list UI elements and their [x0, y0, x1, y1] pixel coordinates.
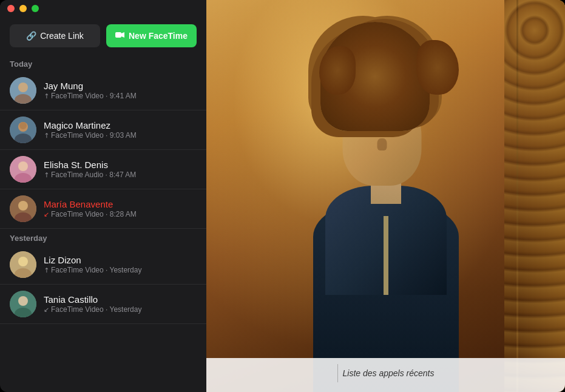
outgoing-arrow-icon: ↗: [42, 130, 52, 140]
create-link-button[interactable]: 🔗 Create Link: [10, 24, 100, 47]
list-item[interactable]: Magico Martinez ↗ FaceTime Video · 9:03 …: [0, 110, 206, 150]
incoming-arrow-icon: ↙: [44, 306, 49, 314]
outgoing-arrow-icon: ↗: [42, 265, 52, 275]
avatar: [10, 156, 36, 183]
create-link-label: Create Link: [40, 31, 84, 41]
sidebar: 🔗 Create Link New FaceTime Today: [0, 0, 206, 392]
call-detail: ↙ FaceTime Video · 8:28 AM: [44, 210, 197, 218]
svg-point-19: [18, 296, 28, 306]
contact-name: Elisha St. Denis: [44, 160, 197, 170]
link-icon: 🔗: [26, 31, 36, 41]
title-bar: [0, 0, 206, 17]
svg-point-10: [18, 161, 28, 171]
call-list: Today Jay Mung: [0, 55, 206, 392]
call-detail: ↙ FaceTime Video · Yesterday: [44, 305, 197, 314]
caption-bar: Liste des appels récents: [206, 358, 565, 392]
caption-text: Liste des appels récents: [343, 368, 435, 378]
contact-name: Liz Dizon: [44, 255, 197, 265]
contact-name: Jay Mung: [44, 81, 197, 91]
call-info: María Benavente ↙ FaceTime Video · 8:28 …: [44, 199, 197, 218]
list-item[interactable]: Jay Mung ↗ FaceTime Video · 9:41 AM: [0, 71, 206, 110]
section-today: Today: [0, 55, 206, 71]
person-silhouette: [301, 40, 471, 392]
list-item[interactable]: María Benavente ↙ FaceTime Video · 8:28 …: [0, 189, 206, 229]
caption-divider: [337, 364, 338, 382]
photo-background: Liste des appels récents: [206, 0, 565, 392]
contact-name-missed: María Benavente: [44, 199, 197, 209]
photo-area: Liste des appels récents: [206, 0, 565, 392]
minimize-button[interactable]: [19, 5, 27, 12]
svg-marker-1: [121, 32, 124, 38]
list-item[interactable]: Liz Dizon ↗ FaceTime Video · Yesterday: [0, 245, 206, 285]
list-item[interactable]: Tania Castillo ↙ FaceTime Video · Yester…: [0, 285, 206, 324]
incoming-missed-icon: ↙: [44, 211, 49, 218]
svg-rect-0: [115, 32, 121, 38]
call-info: Jay Mung ↗ FaceTime Video · 9:41 AM: [44, 81, 197, 100]
avatar: [10, 77, 36, 104]
call-detail: ↗ FaceTime Video · Yesterday: [44, 266, 197, 274]
call-detail: ↗ FaceTime Video · 9:41 AM: [44, 92, 197, 100]
outgoing-arrow-icon: ↗: [42, 170, 52, 180]
call-info: Magico Martinez ↗ FaceTime Video · 9:03 …: [44, 120, 197, 140]
call-info: Elisha St. Denis ↗ FaceTime Audio · 8:47…: [44, 160, 197, 179]
call-detail: ↗ FaceTime Video · 9:03 AM: [44, 131, 197, 140]
avatar: [10, 251, 36, 278]
section-yesterday: Yesterday: [0, 229, 206, 245]
contact-name: Tania Castillo: [44, 294, 197, 305]
avatar: [10, 117, 36, 143]
action-buttons: 🔗 Create Link New FaceTime: [0, 17, 206, 55]
maximize-button[interactable]: [32, 5, 39, 12]
wall-texture: [504, 0, 565, 392]
svg-point-3: [18, 83, 28, 92]
svg-point-13: [18, 201, 28, 211]
new-facetime-button[interactable]: New FaceTime: [106, 24, 197, 47]
call-detail: ↗ FaceTime Audio · 8:47 AM: [44, 171, 197, 179]
layout: 🔗 Create Link New FaceTime Today: [0, 0, 565, 392]
svg-point-8: [19, 122, 27, 129]
new-facetime-label: New FaceTime: [129, 31, 188, 41]
main-window: 🔗 Create Link New FaceTime Today: [0, 0, 565, 392]
call-info: Liz Dizon ↗ FaceTime Video · Yesterday: [44, 255, 197, 274]
list-item[interactable]: Elisha St. Denis ↗ FaceTime Audio · 8:47…: [0, 150, 206, 189]
call-info: Tania Castillo ↙ FaceTime Video · Yester…: [44, 294, 197, 314]
contact-name: Magico Martinez: [44, 120, 197, 130]
video-camera-icon: [115, 31, 125, 41]
avatar: [10, 291, 36, 317]
svg-point-16: [18, 257, 28, 266]
close-button[interactable]: [7, 5, 15, 12]
avatar: [10, 195, 36, 222]
outgoing-arrow-icon: ↗: [42, 91, 52, 101]
